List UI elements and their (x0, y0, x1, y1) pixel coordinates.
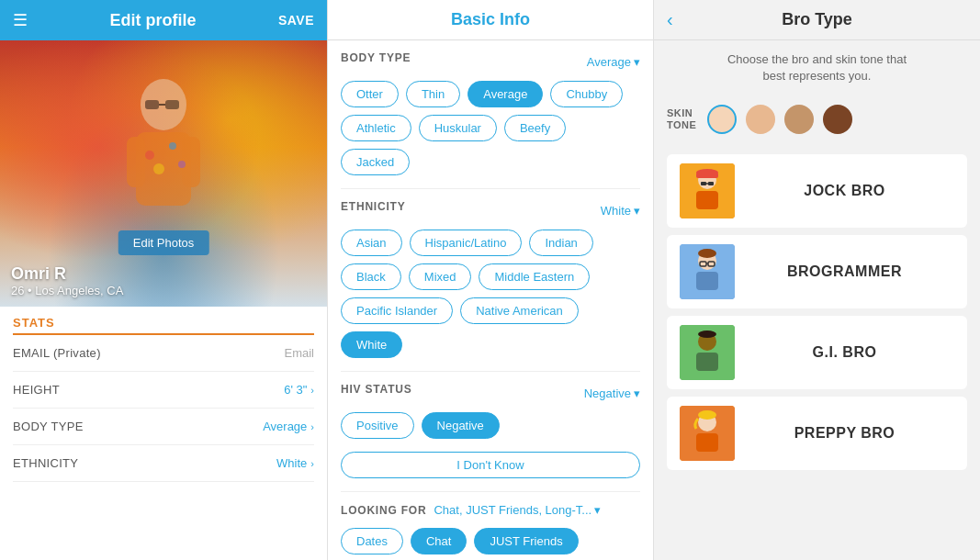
svg-point-9 (153, 163, 164, 174)
skin-tone-2[interactable] (746, 105, 775, 134)
stats-label-bodytype: BODY TYPE (13, 420, 84, 433)
chevron-right-icon: › (310, 421, 314, 432)
pill-pacific-islander[interactable]: Pacific Islander (341, 297, 453, 324)
svg-rect-2 (127, 137, 145, 187)
chevron-down-icon (634, 55, 640, 69)
pill-positive[interactable]: Positive (341, 412, 414, 439)
looking-for-row: LOOKING FOR Chat, JUST Friends, Long-T..… (341, 503, 640, 517)
svg-point-29 (698, 330, 716, 338)
pill-chat[interactable]: Chat (411, 528, 467, 554)
pill-native-american[interactable]: Native American (460, 297, 579, 324)
basic-info-content: BODY TYPE Average Otter Thin Average Chu… (328, 40, 653, 560)
pill-black[interactable]: Black (341, 263, 401, 290)
bro-card-preppy[interactable]: PREPPY BRO (667, 397, 967, 470)
stats-row-height[interactable]: HEIGHT 6' 3" › (13, 372, 314, 409)
stats-value-email[interactable]: Email (284, 346, 314, 360)
bro-card-jock[interactable]: JOCK BRO (667, 154, 967, 228)
divider-1 (341, 188, 640, 189)
chevron-right-icon: › (310, 385, 314, 396)
preppy-avatar (680, 406, 735, 461)
body-type-current[interactable]: Average (587, 55, 640, 69)
stats-value-bodytype[interactable]: Average › (263, 420, 314, 433)
stats-label-height: HEIGHT (13, 383, 60, 397)
stats-label-ethnicity: ETHNICITY (13, 456, 78, 470)
pill-huskular[interactable]: Huskular (419, 115, 497, 141)
hiv-status-label: HIV STATUS (341, 383, 412, 396)
svg-point-10 (178, 161, 186, 168)
skin-tones (707, 105, 852, 134)
stats-value-height[interactable]: 6' 3" › (284, 383, 314, 397)
pill-athletic[interactable]: Athletic (341, 115, 411, 141)
svg-rect-13 (696, 191, 718, 209)
skin-tone-row: SKINTONE (667, 97, 967, 141)
pill-average[interactable]: Average (467, 81, 543, 107)
ethnicity-section-header: ETHNICITY White (341, 200, 640, 220)
svg-point-33 (698, 410, 716, 420)
skin-tone-4[interactable] (823, 105, 852, 134)
body-type-pills: Otter Thin Average Chubby Athletic Husku… (341, 81, 640, 175)
pill-dates[interactable]: Dates (341, 528, 403, 554)
skin-tone-1[interactable] (707, 105, 737, 134)
pill-asian[interactable]: Asian (341, 230, 402, 256)
bro-type-panel: ‹ Bro Type Choose the bro and skin tone … (654, 0, 980, 560)
hiv-status-pills-2: I Don't Know (341, 452, 640, 478)
profile-photo: Edit Photos Omri R 26 • Los Angeles, CA (0, 40, 327, 307)
skin-tone-label: SKINTONE (667, 107, 696, 131)
pill-otter[interactable]: Otter (341, 81, 399, 107)
bro-card-gi[interactable]: G.I. BRO (667, 316, 967, 389)
chevron-right-icon: › (310, 458, 314, 469)
stats-row-email: EMAIL (Private) Email (13, 335, 314, 372)
preppy-bro-name: PREPPY BRO (735, 425, 954, 442)
chevron-down-icon (634, 386, 640, 400)
svg-rect-17 (708, 182, 714, 185)
stats-value-ethnicity[interactable]: White › (276, 456, 314, 470)
stats-row-bodytype[interactable]: BODY TYPE Average › (13, 409, 314, 445)
gi-avatar (680, 325, 735, 380)
pill-indian[interactable]: Indian (529, 230, 592, 256)
svg-point-8 (169, 142, 176, 150)
chevron-down-icon (634, 204, 640, 218)
back-button[interactable]: ‹ (667, 9, 673, 30)
pill-dont-know[interactable]: I Don't Know (341, 452, 640, 478)
hiv-status-section-header: HIV STATUS Negative (341, 383, 640, 403)
hiv-status-current[interactable]: Negative (584, 386, 640, 400)
ethnicity-current[interactable]: White (601, 204, 640, 218)
edit-photos-button[interactable]: Edit Photos (118, 230, 209, 255)
looking-for-current[interactable]: Chat, JUST Friends, Long-T... (434, 503, 601, 517)
bro-type-content: Choose the bro and skin tone thatbest re… (654, 40, 980, 560)
divider-2 (341, 371, 640, 372)
svg-point-7 (145, 151, 154, 160)
bro-card-brogrammer[interactable]: BROGRAMMER (667, 235, 967, 308)
save-button[interactable]: SAVE (278, 13, 314, 28)
bro-type-title: Bro Type (782, 10, 852, 29)
ethnicity-pills: Asian Hispanic/Latino Indian Black Mixed… (341, 230, 640, 358)
gi-bro-name: G.I. BRO (735, 344, 954, 361)
body-type-section-header: BODY TYPE Average (341, 51, 640, 72)
bro-type-top-bar: ‹ Bro Type (654, 0, 980, 40)
pill-beefy[interactable]: Beefy (504, 115, 566, 141)
hamburger-icon[interactable]: ☰ (13, 10, 28, 30)
body-type-label: BODY TYPE (341, 51, 411, 64)
pill-white[interactable]: White (341, 331, 402, 358)
pill-middle-eastern[interactable]: Middle Eastern (479, 263, 590, 290)
pill-jacked[interactable]: Jacked (341, 149, 410, 175)
profile-details: 26 • Los Angeles, CA (11, 284, 123, 297)
svg-rect-15 (696, 173, 718, 178)
pill-negative[interactable]: Negative (422, 412, 500, 439)
skin-tone-3[interactable] (784, 105, 814, 134)
edit-profile-title: Edit profile (109, 11, 196, 30)
ethnicity-label: ETHNICITY (341, 200, 406, 213)
profile-name: Omri R (11, 264, 123, 284)
svg-rect-21 (696, 272, 718, 290)
pill-chubby[interactable]: Chubby (550, 81, 623, 107)
edit-profile-top-bar: ☰ Edit profile SAVE (0, 0, 327, 40)
svg-rect-4 (145, 100, 159, 109)
stats-row-ethnicity[interactable]: ETHNICITY White › (13, 445, 314, 482)
chevron-down-icon (594, 503, 601, 517)
pill-thin[interactable]: Thin (406, 81, 460, 107)
pill-mixed[interactable]: Mixed (409, 263, 472, 290)
pill-just-friends[interactable]: JUST Friends (474, 528, 578, 554)
pill-hispanic[interactable]: Hispanic/Latino (410, 230, 523, 256)
jock-bro-name: JOCK BRO (735, 183, 954, 199)
brogrammer-avatar (680, 244, 735, 299)
